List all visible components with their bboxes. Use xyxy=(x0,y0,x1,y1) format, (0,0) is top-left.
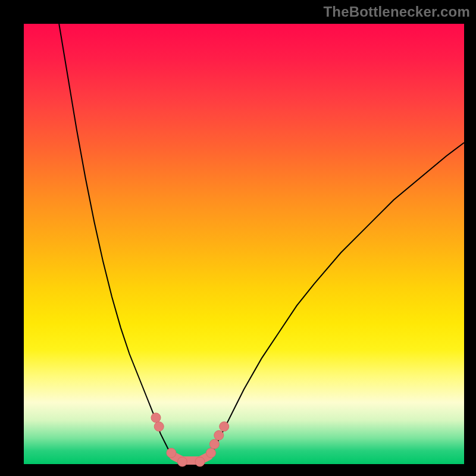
watermark-text: TheBottlenecker.com xyxy=(323,4,470,20)
data-marker xyxy=(195,457,205,466)
data-marker xyxy=(167,448,176,458)
data-marker xyxy=(151,413,161,422)
chart-svg xyxy=(24,24,464,464)
left-curve xyxy=(59,24,173,460)
chart-frame: TheBottlenecker.com xyxy=(0,0,476,476)
data-marker xyxy=(214,431,224,440)
data-marker xyxy=(206,448,216,458)
data-marker xyxy=(177,457,187,466)
data-marker xyxy=(209,439,219,449)
right-curve xyxy=(209,143,464,460)
data-marker xyxy=(154,422,164,431)
data-marker xyxy=(220,422,229,431)
